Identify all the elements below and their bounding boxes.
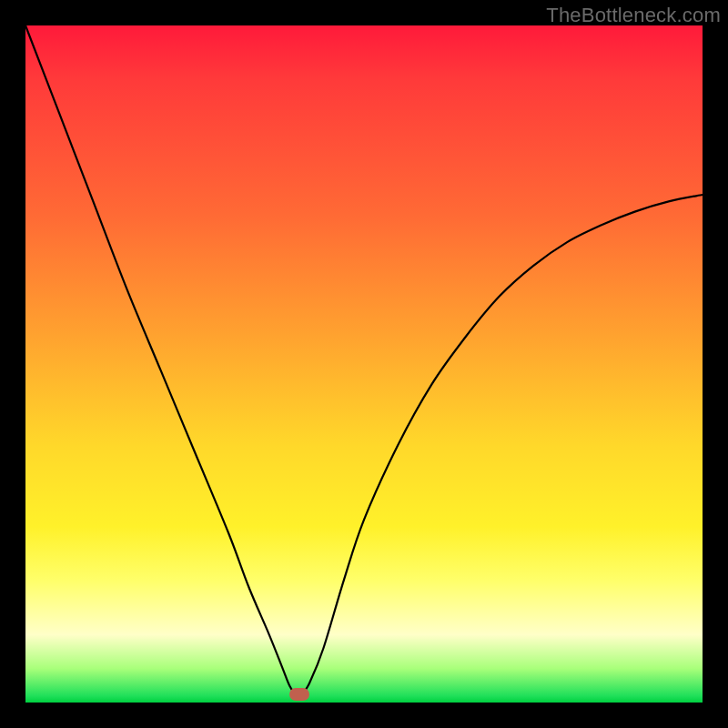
- chart-frame: TheBottleneck.com: [0, 0, 728, 728]
- watermark-text: TheBottleneck.com: [546, 4, 721, 27]
- bottleneck-curve: [25, 25, 703, 703]
- minimum-marker: [289, 688, 309, 701]
- plot-area: [25, 25, 703, 703]
